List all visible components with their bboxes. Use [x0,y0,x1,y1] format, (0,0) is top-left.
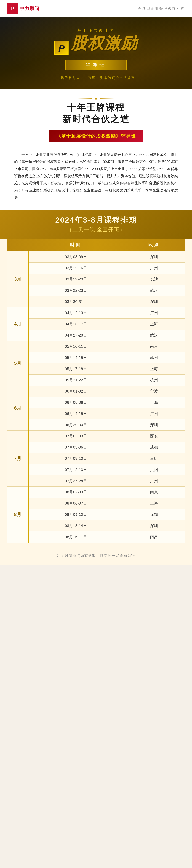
table-row: 05月14-15日苏州 [7,352,185,363]
date-cell: 06月01-02日 [28,385,123,397]
table-header-row: 时间 地点 [7,239,185,251]
hero-label: 辅导班 [65,60,127,70]
date-cell: 04月16-17日 [28,318,123,330]
table-row: 04月27-28日武汉 [7,330,185,341]
table-row: 03月15-16日广州 [7,262,185,274]
table-row: 07月05-06日成都 [7,442,185,453]
city-cell: 南京 [123,341,185,352]
ten-year-line2: 新时代合伙之道 [14,113,178,125]
deco-line-right [100,98,114,99]
city-cell: 贵阳 [123,464,185,475]
hero-main-title-container: P 股权激励 [11,35,181,55]
ten-year-title: 十年王牌课程 新时代合伙之道 [14,102,178,125]
date-cell: 03月22-23日 [28,285,123,296]
city-cell: 重庆 [123,453,185,464]
col-header-city: 地点 [123,239,185,251]
table-row: 05月21-22日杭州 [7,374,185,385]
logo-text: 中力顾问 [20,5,39,12]
month-cell: 5月 [7,341,28,385]
date-cell: 07月09-10日 [28,453,123,464]
city-cell: 杭州 [123,374,185,385]
date-cell: 03月15-16日 [28,262,123,274]
header: P 中力顾问 创新型企业管理咨询机构 [0,0,192,17]
schedule-section: 2024年3-8月课程排期 （二天一晚·全国开班） 时间 地点 3月03月08-… [0,210,192,550]
date-cell: 08月16-17日 [28,531,123,542]
table-row: 06月14-15日广州 [7,408,185,419]
month-cell: 4月 [7,307,28,341]
table-row: 03月19-20日长沙 [7,274,185,285]
city-cell: 南昌 [123,531,185,542]
date-cell: 08月09-10日 [28,509,123,520]
content-body: 全国中小企业商业与服务研究中心（由工信部中小企业发展促进中心与中力公司共同发起成… [14,151,178,201]
city-cell: 广州 [123,408,185,419]
schedule-title-sub: （二天一晚·全国开班） [7,226,185,234]
table-row: 08月06-07日上海 [7,498,185,509]
hero-label-text: 辅导班 [86,62,106,67]
city-cell: 宁波 [123,385,185,397]
logo-icon: P [7,3,18,14]
city-cell: 上海 [123,498,185,509]
city-cell: 无锡 [123,509,185,520]
city-cell: 深圳 [123,520,185,531]
table-row: 06月05-06日上海 [7,397,185,408]
month-cell: 7月 [7,430,28,487]
date-cell: 07月02-03日 [28,430,123,442]
table-row: 4月04月12-13日广州 [7,307,185,318]
ten-year-section: 十年王牌课程 新时代合伙之道 《基于顶层设计的股权激励》辅导班 [0,89,192,151]
month-cell: 3月 [7,251,28,307]
city-cell: 南京 [123,487,185,498]
date-cell: 08月02-03日 [28,487,123,498]
schedule-note: 注：时间地点如有微调，以实际开课通知为准 [57,554,135,558]
hero-main-title-text: 股权激励 [71,34,137,52]
table-row: 07月27-28日广州 [7,475,185,487]
city-cell: 武汉 [123,285,185,296]
table-row: 07月12-13日贵阳 [7,464,185,475]
table-row: 3月03月08-09日深圳 [7,251,185,262]
table-row: 06月29-30日深圳 [7,419,185,430]
table-row: 04月16-17日上海 [7,318,185,330]
table-row: 08月13-14日深圳 [7,520,185,531]
date-cell: 04月12-13日 [28,307,123,318]
city-cell: 上海 [123,363,185,374]
title-decoration [14,98,178,100]
month-cell: 8月 [7,487,28,542]
table-row: 7月07月02-03日西安 [7,430,185,442]
table-row: 08月09-10日无锡 [7,509,185,520]
col-header-month [7,239,28,251]
hero-banner: 基于顶层设计的 P 股权激励 辅导班 一场股权与人才、资源、资本的顶级合伙盛宴 [0,17,192,89]
date-cell: 08月06-07日 [28,498,123,509]
ten-year-line1: 十年王牌课程 [14,102,178,113]
city-cell: 广州 [123,262,185,274]
date-cell: 03月08-09日 [28,251,123,262]
date-cell: 07月05-06日 [28,442,123,453]
hero-p-icon: P [55,41,69,55]
schedule-header: 2024年3-8月课程排期 （二天一晚·全国开班） [0,210,192,239]
date-cell: 08月13-14日 [28,520,123,531]
city-cell: 广州 [123,307,185,318]
logo-area: P 中力顾问 [7,3,39,14]
date-cell: 03月30-31日 [28,296,123,307]
deco-line-left [78,98,92,99]
date-cell: 03月19-20日 [28,274,123,285]
date-cell: 05月21-22日 [28,374,123,385]
table-row: 08月16-17日南昌 [7,531,185,542]
date-cell: 05月10-11日 [28,341,123,352]
city-cell: 西安 [123,430,185,442]
table-row: 8月08月02-03日南京 [7,487,185,498]
svg-text:P: P [11,6,14,11]
city-cell: 深圳 [123,251,185,262]
deco-diamond [95,97,97,100]
note-section: 注：时间地点如有微调，以实际开课通知为准 [0,550,192,565]
schedule-table-wrap: 时间 地点 3月03月08-09日深圳03月15-16日广州03月19-20日长… [0,239,192,543]
table-row: 07月09-10日重庆 [7,453,185,464]
city-cell: 苏州 [123,352,185,363]
city-cell: 上海 [123,318,185,330]
city-cell: 武汉 [123,330,185,341]
content-section: 全国中小企业商业与服务研究中心（由工信部中小企业发展促进中心与中力公司共同发起成… [0,151,192,210]
schedule-title-main: 2024年3-8月课程排期 [7,215,185,225]
date-cell: 04月27-28日 [28,330,123,341]
city-cell: 上海 [123,397,185,408]
table-row: 03月30-31日深圳 [7,296,185,307]
date-cell: 06月29-30日 [28,419,123,430]
date-cell: 06月05-06日 [28,397,123,408]
